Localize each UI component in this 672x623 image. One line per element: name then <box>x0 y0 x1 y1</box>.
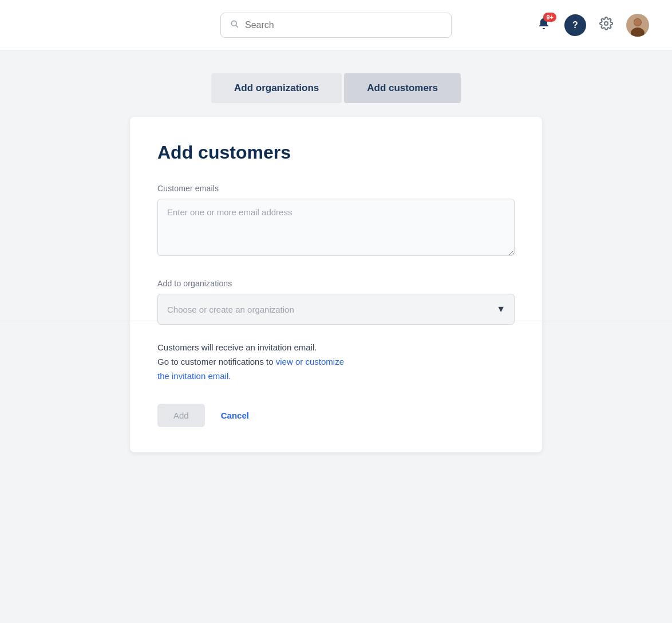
customer-emails-label: Customer emails <box>157 184 515 193</box>
header: 9+ ? <box>0 0 672 50</box>
tab-add-organizations[interactable]: Add organizations <box>211 73 342 103</box>
avatar[interactable] <box>626 14 649 37</box>
help-button[interactable]: ? <box>564 14 586 36</box>
add-customers-card: Add customers Customer emails Add to org… <box>130 117 542 452</box>
notification-button[interactable]: 9+ <box>532 14 555 37</box>
svg-point-5 <box>634 19 641 26</box>
search-icon <box>230 19 239 31</box>
customer-emails-input[interactable] <box>157 199 515 256</box>
notification-badge: 9+ <box>543 13 556 22</box>
org-select[interactable]: Choose or create an organization <box>157 294 515 325</box>
svg-line-1 <box>236 25 238 27</box>
help-icon: ? <box>572 20 578 30</box>
add-to-organizations-section: Add to organizations Choose or create an… <box>157 279 515 325</box>
card-title: Add customers <box>157 142 515 163</box>
tabs-bar: Add organizations Add customers <box>210 73 462 103</box>
header-actions: 9+ ? <box>532 14 649 37</box>
invitation-email-link[interactable]: view or customizethe invitation email. <box>157 357 344 381</box>
org-select-wrapper: Choose or create an organization ▼ <box>157 294 515 325</box>
search-input[interactable] <box>245 20 442 30</box>
search-bar[interactable] <box>220 13 452 38</box>
main-content: Add organizations Add customers Add cust… <box>0 50 672 487</box>
settings-button[interactable] <box>595 14 617 36</box>
add-to-organizations-label: Add to organizations <box>157 279 515 288</box>
tab-add-customers[interactable]: Add customers <box>344 73 461 103</box>
invitation-info: Customers will receive an invitation ema… <box>157 341 515 383</box>
customer-emails-field: Customer emails <box>157 184 515 258</box>
add-button[interactable]: Add <box>157 404 205 427</box>
gear-icon <box>599 17 613 34</box>
form-actions: Add Cancel <box>157 404 515 427</box>
cancel-button[interactable]: Cancel <box>216 404 254 427</box>
